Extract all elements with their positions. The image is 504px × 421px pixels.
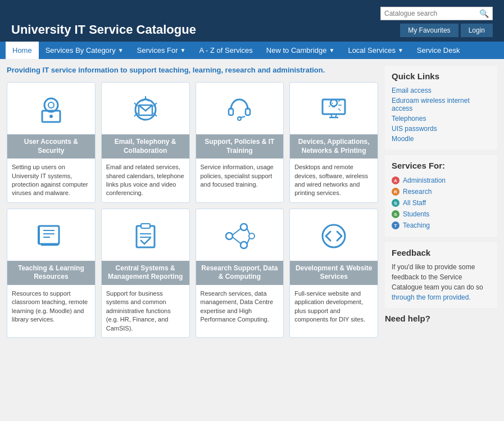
services-for-label[interactable]: Administration bbox=[403, 176, 446, 184]
nav-arrow-icon: ▼ bbox=[329, 47, 335, 53]
card-title: Email, Telephony & Collaboration bbox=[102, 134, 189, 159]
svg-rect-18 bbox=[141, 224, 150, 228]
services-for-item: S All Staff bbox=[392, 197, 491, 209]
header-right: 🔍 My Favourites Login bbox=[380, 7, 493, 37]
header: University IT Service Catalogue 🔍 My Fav… bbox=[0, 0, 504, 42]
need-help-title: Need help? bbox=[385, 314, 497, 323]
search-bar[interactable]: 🔍 bbox=[380, 7, 493, 20]
nav-item-services-for[interactable]: Services For▼ bbox=[130, 42, 193, 59]
svg-line-27 bbox=[247, 229, 249, 234]
svg-point-0 bbox=[44, 98, 58, 112]
nav-item-new-to-cambridge[interactable]: New to Cambridge▼ bbox=[260, 42, 342, 59]
quick-link-item[interactable]: Telephones bbox=[392, 114, 491, 124]
card-desc: Setting up users on University IT system… bbox=[7, 159, 95, 202]
card-icon-area bbox=[7, 83, 95, 134]
site-title: University IT Service Catalogue bbox=[11, 22, 196, 37]
card-desc: Desktops and remote devices, software, w… bbox=[290, 159, 378, 202]
card-desc: Service information, usage policies, spe… bbox=[196, 159, 284, 193]
card-devices-apps[interactable]: Devices, Applications, Networks & Printi… bbox=[289, 82, 378, 203]
svg-point-21 bbox=[226, 233, 233, 239]
nav-item-home[interactable]: Home bbox=[6, 42, 39, 59]
services-for-label[interactable]: Research bbox=[403, 188, 432, 196]
services-for-dot: T bbox=[392, 221, 399, 229]
services-for-item: R Research bbox=[392, 186, 491, 197]
main-content: Providing IT service information to supp… bbox=[7, 66, 378, 338]
services-for-list: A Administration R Research S All Staff … bbox=[392, 175, 491, 231]
card-title: Central Systems & Management Reporting bbox=[102, 261, 189, 285]
card-development-website[interactable]: Development & Website Services Full-serv… bbox=[289, 209, 378, 338]
card-title: Teaching & Learning Resources bbox=[7, 261, 95, 285]
quick-links-title: Quick Links bbox=[392, 71, 491, 81]
favourites-button[interactable]: My Favourites bbox=[400, 24, 458, 37]
services-for-dot: A bbox=[392, 176, 399, 184]
card-title: Support, Policies & IT Training bbox=[196, 134, 284, 159]
card-desc: Support for business systems and common … bbox=[102, 285, 189, 337]
card-icon-area bbox=[290, 209, 378, 261]
card-title: User Accounts & Security bbox=[7, 134, 95, 159]
card-email-telephony[interactable]: Email, Telephony & Collaboration Email a… bbox=[101, 82, 190, 203]
nav-item-a---z-of-services[interactable]: A - Z of Services bbox=[192, 42, 259, 59]
card-research-support[interactable]: Research Support, Data & Computing Resea… bbox=[196, 209, 284, 338]
feedback-section: Feedback If you'd like to provide some f… bbox=[385, 242, 497, 308]
feedback-link[interactable]: through the form provided. bbox=[392, 293, 471, 301]
nav-arrow-icon: ▼ bbox=[398, 47, 403, 53]
nav-arrow-icon: ▼ bbox=[180, 47, 186, 53]
card-title: Development & Website Services bbox=[290, 261, 378, 285]
card-desc: Research services, data management, Data… bbox=[196, 285, 284, 329]
services-for-title: Services For: bbox=[392, 161, 491, 170]
svg-point-3 bbox=[49, 115, 53, 118]
card-icon-area bbox=[290, 83, 378, 134]
quick-link-item[interactable]: Moodle bbox=[392, 134, 491, 144]
feedback-text: If you'd like to provide some feedback t… bbox=[392, 262, 491, 302]
services-for-label[interactable]: Students bbox=[403, 210, 429, 218]
feedback-title: Feedback bbox=[392, 248, 491, 257]
card-icon-area bbox=[196, 83, 284, 134]
nav-item-local-services[interactable]: Local Services▼ bbox=[341, 42, 410, 59]
svg-point-22 bbox=[240, 224, 247, 230]
svg-point-23 bbox=[240, 242, 247, 248]
card-icon-area bbox=[102, 83, 189, 134]
card-icon-area bbox=[7, 209, 95, 261]
svg-point-1 bbox=[48, 102, 54, 108]
quick-link-item[interactable]: UIS passwords bbox=[392, 124, 491, 134]
svg-line-25 bbox=[233, 229, 240, 235]
quick-links-section: Quick Links Email accessEduroam wireless… bbox=[385, 66, 497, 150]
card-central-systems[interactable]: Central Systems & Management Reporting S… bbox=[101, 209, 190, 338]
services-for-item: T Teaching bbox=[392, 220, 491, 231]
card-icon-area bbox=[102, 209, 189, 261]
card-support-policies[interactable]: Support, Policies & IT Training Service … bbox=[196, 82, 284, 203]
card-title: Devices, Applications, Networks & Printi… bbox=[290, 134, 378, 159]
card-desc: Email and related services, shared calen… bbox=[102, 159, 189, 202]
services-for-label[interactable]: All Staff bbox=[403, 199, 426, 207]
card-icon-area bbox=[196, 209, 284, 261]
sidebar: Quick Links Email accessEduroam wireless… bbox=[385, 66, 497, 338]
svg-line-26 bbox=[233, 237, 240, 243]
nav-item-services-by-category[interactable]: Services By Category▼ bbox=[39, 42, 130, 59]
svg-line-28 bbox=[247, 238, 249, 243]
login-button[interactable]: Login bbox=[461, 24, 493, 37]
main-nav: HomeServices By Category▼Services For▼A … bbox=[0, 42, 504, 59]
card-title: Research Support, Data & Computing bbox=[196, 261, 284, 285]
quick-link-item[interactable]: Eduroam wireless internet access bbox=[392, 96, 491, 114]
services-for-label[interactable]: Teaching bbox=[403, 221, 430, 229]
search-button[interactable]: 🔍 bbox=[479, 9, 489, 18]
cards-grid: User Accounts & Security Setting up user… bbox=[7, 82, 378, 338]
svg-point-10 bbox=[330, 99, 337, 106]
nav-arrow-icon: ▼ bbox=[118, 47, 124, 53]
services-for-section: Services For: A Administration R Researc… bbox=[385, 155, 497, 237]
card-teaching-learning[interactable]: Teaching & Learning Resources Resources … bbox=[7, 209, 96, 338]
card-user-accounts[interactable]: User Accounts & Security Setting up user… bbox=[7, 82, 96, 203]
quick-link-item[interactable]: Email access bbox=[392, 85, 491, 96]
svg-point-24 bbox=[249, 233, 255, 239]
svg-point-8 bbox=[238, 117, 241, 120]
services-for-item: S Students bbox=[392, 209, 491, 220]
page-subtitle: Providing IT service information to supp… bbox=[7, 66, 378, 74]
svg-rect-12 bbox=[39, 226, 59, 244]
services-for-dot: S bbox=[392, 210, 399, 218]
nav-item-service-desk[interactable]: Service Desk bbox=[410, 42, 467, 59]
services-for-item: A Administration bbox=[392, 175, 491, 186]
main-wrapper: Providing IT service information to supp… bbox=[0, 59, 504, 345]
search-input[interactable] bbox=[384, 10, 479, 17]
services-for-dot: S bbox=[392, 199, 399, 207]
header-buttons: My Favourites Login bbox=[400, 24, 493, 37]
